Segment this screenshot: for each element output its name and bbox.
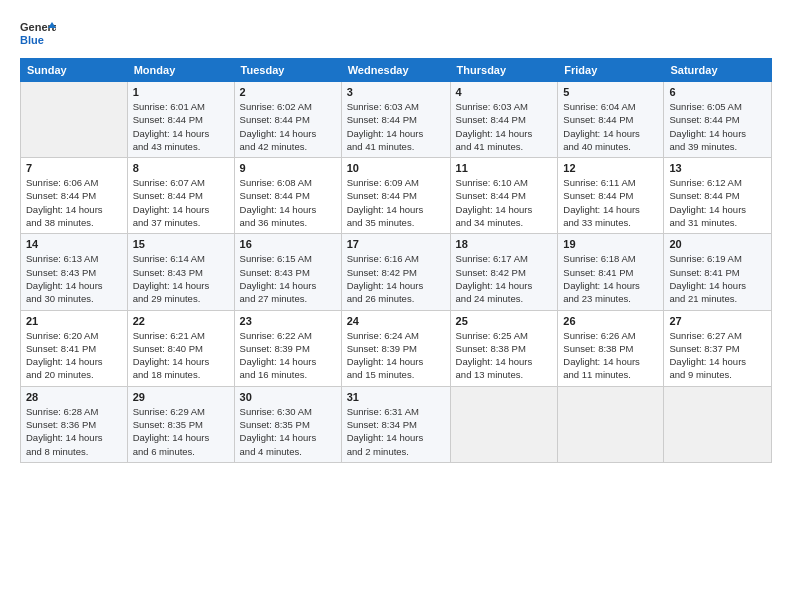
calendar-cell: 26Sunrise: 6:26 AMSunset: 8:38 PMDayligh… — [558, 310, 664, 386]
day-number: 11 — [456, 162, 553, 174]
day-number: 29 — [133, 391, 229, 403]
day-info: Sunrise: 6:21 AMSunset: 8:40 PMDaylight:… — [133, 329, 229, 382]
day-info: Sunrise: 6:26 AMSunset: 8:38 PMDaylight:… — [563, 329, 658, 382]
calendar-cell: 10Sunrise: 6:09 AMSunset: 8:44 PMDayligh… — [341, 158, 450, 234]
day-number: 12 — [563, 162, 658, 174]
calendar-cell: 20Sunrise: 6:19 AMSunset: 8:41 PMDayligh… — [664, 234, 772, 310]
day-info: Sunrise: 6:04 AMSunset: 8:44 PMDaylight:… — [563, 100, 658, 153]
day-info: Sunrise: 6:01 AMSunset: 8:44 PMDaylight:… — [133, 100, 229, 153]
day-info: Sunrise: 6:03 AMSunset: 8:44 PMDaylight:… — [456, 100, 553, 153]
calendar-cell: 9Sunrise: 6:08 AMSunset: 8:44 PMDaylight… — [234, 158, 341, 234]
day-info: Sunrise: 6:12 AMSunset: 8:44 PMDaylight:… — [669, 176, 766, 229]
day-info: Sunrise: 6:14 AMSunset: 8:43 PMDaylight:… — [133, 252, 229, 305]
day-info: Sunrise: 6:06 AMSunset: 8:44 PMDaylight:… — [26, 176, 122, 229]
day-number: 15 — [133, 238, 229, 250]
day-info: Sunrise: 6:15 AMSunset: 8:43 PMDaylight:… — [240, 252, 336, 305]
calendar-cell: 3Sunrise: 6:03 AMSunset: 8:44 PMDaylight… — [341, 82, 450, 158]
day-number: 19 — [563, 238, 658, 250]
day-info: Sunrise: 6:17 AMSunset: 8:42 PMDaylight:… — [456, 252, 553, 305]
calendar-cell: 8Sunrise: 6:07 AMSunset: 8:44 PMDaylight… — [127, 158, 234, 234]
calendar-cell: 22Sunrise: 6:21 AMSunset: 8:40 PMDayligh… — [127, 310, 234, 386]
header: General Blue — [20, 18, 772, 48]
day-number: 22 — [133, 315, 229, 327]
calendar-cell: 29Sunrise: 6:29 AMSunset: 8:35 PMDayligh… — [127, 386, 234, 462]
calendar-table: SundayMondayTuesdayWednesdayThursdayFrid… — [20, 58, 772, 463]
calendar-cell: 5Sunrise: 6:04 AMSunset: 8:44 PMDaylight… — [558, 82, 664, 158]
weekday-header-monday: Monday — [127, 59, 234, 82]
calendar-cell — [21, 82, 128, 158]
logo-icon: General Blue — [20, 18, 56, 48]
calendar-cell: 16Sunrise: 6:15 AMSunset: 8:43 PMDayligh… — [234, 234, 341, 310]
day-number: 30 — [240, 391, 336, 403]
day-number: 7 — [26, 162, 122, 174]
calendar-cell — [664, 386, 772, 462]
weekday-header-friday: Friday — [558, 59, 664, 82]
day-number: 18 — [456, 238, 553, 250]
day-info: Sunrise: 6:07 AMSunset: 8:44 PMDaylight:… — [133, 176, 229, 229]
weekday-header-saturday: Saturday — [664, 59, 772, 82]
calendar-cell: 2Sunrise: 6:02 AMSunset: 8:44 PMDaylight… — [234, 82, 341, 158]
day-info: Sunrise: 6:20 AMSunset: 8:41 PMDaylight:… — [26, 329, 122, 382]
day-number: 23 — [240, 315, 336, 327]
day-number: 31 — [347, 391, 445, 403]
calendar-cell: 31Sunrise: 6:31 AMSunset: 8:34 PMDayligh… — [341, 386, 450, 462]
day-info: Sunrise: 6:16 AMSunset: 8:42 PMDaylight:… — [347, 252, 445, 305]
day-number: 13 — [669, 162, 766, 174]
calendar-cell: 14Sunrise: 6:13 AMSunset: 8:43 PMDayligh… — [21, 234, 128, 310]
calendar-cell: 6Sunrise: 6:05 AMSunset: 8:44 PMDaylight… — [664, 82, 772, 158]
day-info: Sunrise: 6:18 AMSunset: 8:41 PMDaylight:… — [563, 252, 658, 305]
day-info: Sunrise: 6:25 AMSunset: 8:38 PMDaylight:… — [456, 329, 553, 382]
svg-text:Blue: Blue — [20, 34, 44, 46]
day-info: Sunrise: 6:30 AMSunset: 8:35 PMDaylight:… — [240, 405, 336, 458]
day-info: Sunrise: 6:03 AMSunset: 8:44 PMDaylight:… — [347, 100, 445, 153]
day-number: 27 — [669, 315, 766, 327]
calendar-cell: 11Sunrise: 6:10 AMSunset: 8:44 PMDayligh… — [450, 158, 558, 234]
day-number: 4 — [456, 86, 553, 98]
calendar-cell: 4Sunrise: 6:03 AMSunset: 8:44 PMDaylight… — [450, 82, 558, 158]
day-number: 6 — [669, 86, 766, 98]
calendar-cell: 7Sunrise: 6:06 AMSunset: 8:44 PMDaylight… — [21, 158, 128, 234]
day-number: 26 — [563, 315, 658, 327]
weekday-header-tuesday: Tuesday — [234, 59, 341, 82]
day-info: Sunrise: 6:08 AMSunset: 8:44 PMDaylight:… — [240, 176, 336, 229]
day-info: Sunrise: 6:10 AMSunset: 8:44 PMDaylight:… — [456, 176, 553, 229]
day-info: Sunrise: 6:19 AMSunset: 8:41 PMDaylight:… — [669, 252, 766, 305]
calendar-cell: 23Sunrise: 6:22 AMSunset: 8:39 PMDayligh… — [234, 310, 341, 386]
page: General Blue SundayMondayTuesdayWednesda… — [0, 0, 792, 612]
day-number: 1 — [133, 86, 229, 98]
day-number: 21 — [26, 315, 122, 327]
calendar-cell: 28Sunrise: 6:28 AMSunset: 8:36 PMDayligh… — [21, 386, 128, 462]
calendar-week-row: 21Sunrise: 6:20 AMSunset: 8:41 PMDayligh… — [21, 310, 772, 386]
calendar-cell: 21Sunrise: 6:20 AMSunset: 8:41 PMDayligh… — [21, 310, 128, 386]
calendar-week-row: 7Sunrise: 6:06 AMSunset: 8:44 PMDaylight… — [21, 158, 772, 234]
day-number: 2 — [240, 86, 336, 98]
calendar-cell — [558, 386, 664, 462]
calendar-cell: 27Sunrise: 6:27 AMSunset: 8:37 PMDayligh… — [664, 310, 772, 386]
calendar-cell: 19Sunrise: 6:18 AMSunset: 8:41 PMDayligh… — [558, 234, 664, 310]
calendar-cell: 17Sunrise: 6:16 AMSunset: 8:42 PMDayligh… — [341, 234, 450, 310]
weekday-header-thursday: Thursday — [450, 59, 558, 82]
day-info: Sunrise: 6:22 AMSunset: 8:39 PMDaylight:… — [240, 329, 336, 382]
logo: General Blue — [20, 18, 56, 48]
day-info: Sunrise: 6:13 AMSunset: 8:43 PMDaylight:… — [26, 252, 122, 305]
day-info: Sunrise: 6:24 AMSunset: 8:39 PMDaylight:… — [347, 329, 445, 382]
day-number: 5 — [563, 86, 658, 98]
calendar-cell: 1Sunrise: 6:01 AMSunset: 8:44 PMDaylight… — [127, 82, 234, 158]
calendar-cell: 13Sunrise: 6:12 AMSunset: 8:44 PMDayligh… — [664, 158, 772, 234]
calendar-week-row: 28Sunrise: 6:28 AMSunset: 8:36 PMDayligh… — [21, 386, 772, 462]
day-number: 3 — [347, 86, 445, 98]
calendar-cell — [450, 386, 558, 462]
calendar-cell: 30Sunrise: 6:30 AMSunset: 8:35 PMDayligh… — [234, 386, 341, 462]
day-number: 16 — [240, 238, 336, 250]
day-number: 17 — [347, 238, 445, 250]
day-number: 8 — [133, 162, 229, 174]
calendar-cell: 24Sunrise: 6:24 AMSunset: 8:39 PMDayligh… — [341, 310, 450, 386]
day-number: 25 — [456, 315, 553, 327]
weekday-header-wednesday: Wednesday — [341, 59, 450, 82]
day-number: 28 — [26, 391, 122, 403]
day-info: Sunrise: 6:28 AMSunset: 8:36 PMDaylight:… — [26, 405, 122, 458]
calendar-cell: 25Sunrise: 6:25 AMSunset: 8:38 PMDayligh… — [450, 310, 558, 386]
calendar-cell: 12Sunrise: 6:11 AMSunset: 8:44 PMDayligh… — [558, 158, 664, 234]
day-info: Sunrise: 6:31 AMSunset: 8:34 PMDaylight:… — [347, 405, 445, 458]
day-number: 9 — [240, 162, 336, 174]
